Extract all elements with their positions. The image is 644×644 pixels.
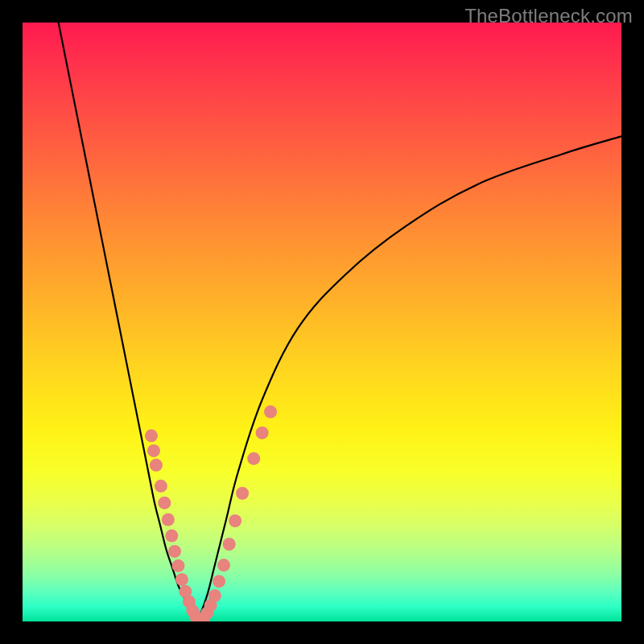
scatter-dot: [213, 575, 225, 588]
scatter-dot: [175, 573, 188, 586]
watermark-text: TheBottleneck.com: [464, 5, 633, 27]
scatter-dot: [229, 514, 242, 527]
scatter-dot: [158, 497, 171, 510]
scatter-dot: [165, 530, 178, 543]
scatter-dot: [217, 559, 230, 572]
plot-area: [23, 23, 621, 621]
scatter-dot: [150, 459, 163, 472]
scatter-dot: [147, 444, 160, 457]
scatter-dot: [162, 514, 175, 526]
scatter-dot: [247, 452, 260, 465]
right-curve-line: [196, 136, 621, 621]
scatter-dot: [236, 487, 249, 500]
scatter-dot: [264, 406, 277, 419]
scatter-dot: [155, 480, 167, 493]
scatter-dot: [168, 545, 181, 558]
scatter-dot: [223, 538, 236, 551]
scatter-dot: [145, 429, 158, 442]
scatter-dots-group: [145, 406, 277, 621]
scatter-dot: [208, 589, 221, 602]
scatter-dot: [171, 559, 184, 572]
chart-svg: [23, 23, 621, 621]
scatter-dot: [256, 427, 269, 440]
chart-stage: TheBottleneck.com: [0, 0, 644, 644]
